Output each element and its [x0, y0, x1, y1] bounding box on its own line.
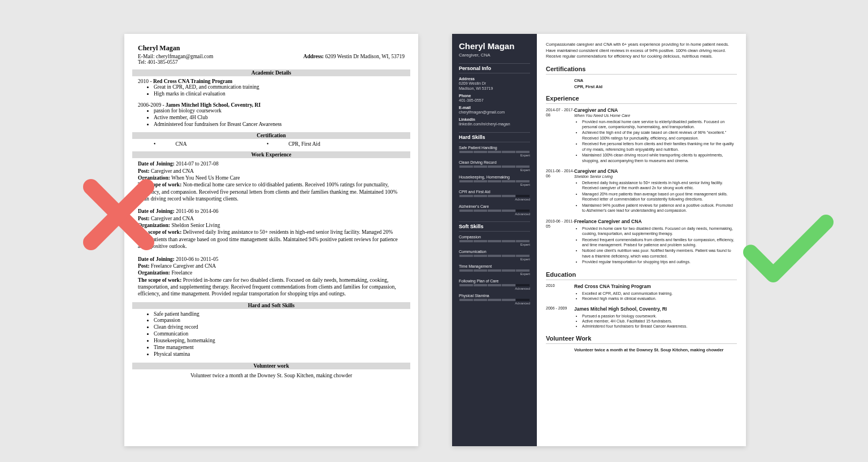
- sidebar-hard-header: Hard Skills: [459, 132, 530, 142]
- skill-item: Compassion Expert: [459, 235, 530, 246]
- cert-header: Certifications: [546, 66, 737, 75]
- sidebar-personal-header: Personal Info: [459, 63, 530, 73]
- sidebar-soft-header: Soft Skills: [459, 221, 530, 232]
- title: Caregiver, CNA: [459, 53, 530, 58]
- edu-item: 2006 - 2009 James Mitchel High School, C…: [546, 306, 737, 329]
- check-mark-icon: [743, 209, 834, 288]
- skill-item: Safe Patient Handling Expert: [459, 146, 530, 157]
- skill-item: Alzheimer's Care Advanced: [459, 204, 530, 216]
- vol-header: Volunteer Work: [546, 335, 737, 344]
- section-cert: Certification: [132, 132, 410, 139]
- exp-item: 2010-06 - 2011-05 Freelance Caregiver an…: [546, 219, 737, 265]
- skill-item: Housekeeping, Homemaking Expert: [459, 175, 530, 186]
- skill-item: Communication Expert: [459, 250, 530, 261]
- section-work: Work Experience: [132, 151, 410, 158]
- main-content: Compassionate caregiver and CNA with 6+ …: [537, 34, 746, 446]
- x-mark-icon: [79, 175, 158, 254]
- contact-row: E-Mail: cherylfmagan@gmail.com Address: …: [138, 54, 405, 59]
- summary: Compassionate caregiver and CNA with 6+ …: [546, 42, 737, 60]
- exp-item: 2011-06 - 2014-06 Caregiver and CNASheld…: [546, 168, 737, 214]
- exp-item: 2014-07 - 2017-08 Caregiver and CNAWhen …: [546, 107, 737, 164]
- edu-header: Education: [546, 271, 737, 280]
- section-volunteer: Volunteer work: [132, 363, 410, 369]
- skill-item: Time Management Expert: [459, 264, 530, 276]
- sidebar: Cheryl Magan Caregiver, CNA Personal Inf…: [452, 34, 537, 446]
- resume-bad: Cheryl Magan E-Mail: cherylfmagan@gmail.…: [124, 34, 418, 446]
- exp-header: Experience: [546, 95, 737, 104]
- skill-item: CPR and First Aid Advanced: [459, 190, 530, 201]
- edu-item: 2010 Red Cross CNA Training Program Exce…: [546, 284, 737, 302]
- skill-item: Clean Driving Record Expert: [459, 160, 530, 172]
- name: Cheryl Magan: [138, 44, 405, 53]
- skill-item: Following Plan of Care Advanced: [459, 279, 530, 290]
- section-academic: Academic Details: [132, 69, 410, 76]
- name: Cheryl Magan: [459, 42, 530, 51]
- resume-good: Cheryl Magan Caregiver, CNA Personal Inf…: [452, 34, 746, 446]
- skill-item: Physical Stamina Advanced: [459, 294, 530, 305]
- section-skills: Hard and Soft Skills: [132, 302, 410, 309]
